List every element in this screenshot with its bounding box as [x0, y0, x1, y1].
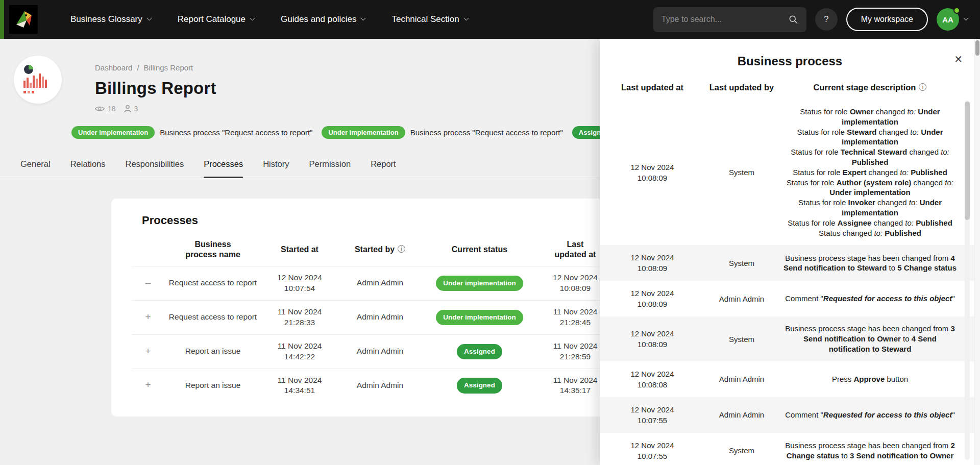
history-date-cell: 12 Nov 202410:07:55 — [604, 440, 701, 461]
status-pill: Assigned — [457, 378, 502, 393]
history-row: 12 Nov 202410:08:09SystemBusiness proces… — [600, 316, 980, 361]
info-icon: i — [398, 245, 405, 253]
nav-item-label: Technical Section — [391, 14, 459, 25]
nav-item-guides-and-policies[interactable]: Guides and policies — [281, 14, 365, 25]
panel-rows: 12 Nov 202410:08:09SystemStatus for role… — [600, 100, 980, 464]
tab-relations[interactable]: Relations — [70, 159, 106, 178]
user-menu[interactable]: AA — [937, 8, 968, 31]
tab-history[interactable]: History — [263, 159, 289, 178]
main-nav: Business GlossaryReport CatalogueGuides … — [70, 14, 468, 25]
history-by-cell: Admin Admin — [701, 374, 782, 384]
column-header-business-process-name: Business process name — [164, 231, 261, 266]
column-header-label: Last updated at — [552, 239, 599, 260]
followers-stat: 3 — [124, 105, 138, 113]
nav-item-technical-section[interactable]: Technical Section — [391, 14, 468, 25]
processes-header-row: Business process nameStarted atStarted b… — [132, 231, 614, 266]
history-description-cell: Business process stage has been changed … — [782, 324, 958, 354]
history-by-cell: System — [701, 258, 782, 268]
chevron-down-icon — [250, 16, 255, 21]
processes-table: Business process nameStarted atStarted b… — [132, 231, 614, 402]
column-header-label: Business process name — [179, 239, 248, 260]
panel-scrollbar-thumb[interactable] — [965, 102, 970, 220]
report-thumbnail[interactable] — [14, 56, 62, 104]
tab-general[interactable]: General — [20, 159, 51, 178]
process-name-cell: Report an issue — [164, 369, 261, 402]
started-at-cell: 11 Nov 202414:42:22 — [261, 334, 338, 369]
row-expander-button[interactable]: + — [145, 346, 151, 356]
tab-responsibilities[interactable]: Responsibilities — [126, 159, 184, 178]
description-line: Status for role Steward changed to: Unde… — [782, 127, 958, 148]
history-by-cell: Admin Admin — [701, 293, 782, 304]
row-expander-button[interactable]: + — [145, 380, 151, 389]
process-name-cell: Report an issue — [164, 334, 261, 369]
description-line: Status for role Invoker changed to: Unde… — [782, 198, 958, 218]
online-status-dot — [953, 7, 960, 14]
status-badge: Under implementation — [322, 126, 405, 139]
chevron-down-icon — [361, 16, 366, 21]
description-line: Status for role Owner changed to: Under … — [782, 107, 958, 127]
breadcrumb-dashboard[interactable]: Dashboard — [95, 63, 132, 72]
tab-processes[interactable]: Processes — [204, 159, 243, 178]
tab-report[interactable]: Report — [371, 159, 396, 178]
close-icon[interactable]: ✕ — [954, 53, 963, 65]
process-row: +Request access to report11 Nov 202421:2… — [132, 300, 614, 334]
app-logo[interactable] — [9, 5, 38, 34]
panel-scrollbar[interactable] — [965, 101, 970, 460]
expander-cell: + — [132, 300, 164, 334]
status-badge-text: Business process "Request access to repo… — [160, 128, 312, 137]
history-by-cell: System — [701, 445, 782, 456]
app-root: Business GlossaryReport CatalogueGuides … — [0, 0, 980, 465]
page-scrollbar[interactable] — [974, 39, 980, 465]
nav-item-report-catalogue[interactable]: Report Catalogue — [178, 14, 254, 25]
logo-bird-icon — [9, 5, 38, 34]
history-description-cell: Business process stage has been changed … — [782, 440, 958, 461]
description-line: Status for role Author (system role) cha… — [782, 178, 958, 198]
history-row: 12 Nov 202410:08:09SystemBusiness proces… — [600, 245, 980, 281]
global-search[interactable] — [653, 7, 806, 32]
info-icon: i — [919, 83, 926, 91]
started-by-cell: Admin Admin — [338, 300, 422, 334]
history-date-cell: 12 Nov 202410:08:09 — [604, 288, 701, 309]
history-description-cell: Comment "Requested for access to this ob… — [782, 410, 958, 420]
followers-count: 3 — [134, 105, 138, 113]
column-header-label: Started by — [355, 244, 395, 255]
my-workspace-button[interactable]: My workspace — [846, 8, 928, 31]
history-date-cell: 12 Nov 202410:07:55 — [604, 404, 701, 426]
processes-table-body: –Request access to report12 Nov 202410:0… — [132, 266, 614, 403]
history-by-cell: Admin Admin — [701, 409, 782, 420]
person-icon — [124, 105, 131, 113]
navbar-right: ? My workspace AA — [653, 7, 980, 32]
expander-cell: + — [132, 334, 164, 369]
row-expander-button[interactable]: + — [145, 312, 151, 322]
history-description-cell: Status for role Owner changed to: Under … — [782, 107, 958, 238]
panel-title: Business process — [600, 39, 980, 68]
chevron-down-icon — [964, 16, 969, 21]
breadcrumb-separator: / — [137, 63, 139, 72]
column-header-current-status: Current status — [422, 231, 537, 266]
current-status-cell: Assigned — [422, 334, 537, 369]
row-expander-button[interactable]: – — [145, 278, 151, 287]
description-line: Press Approve button — [782, 374, 958, 384]
expander-cell: – — [132, 266, 164, 301]
nav-item-business-glossary[interactable]: Business Glossary — [70, 14, 151, 25]
description-line: Status for role Expert changed to: Publi… — [782, 167, 958, 178]
history-date-cell: 12 Nov 202410:08:09 — [604, 162, 701, 183]
history-description-cell: Press Approve button — [782, 374, 958, 384]
avatar-initials: AA — [942, 15, 953, 24]
page-scrollbar-thumb[interactable] — [975, 40, 979, 56]
current-status-cell: Under implementation — [422, 300, 537, 334]
history-description-cell: Comment "Requested for access to this ob… — [782, 293, 958, 304]
help-button[interactable]: ? — [815, 8, 838, 31]
search-icon[interactable] — [788, 14, 798, 25]
history-row: 12 Nov 202410:08:09SystemStatus for role… — [600, 100, 980, 245]
history-row: 12 Nov 202410:07:55SystemBusiness proces… — [600, 433, 980, 464]
views-stat: 18 — [95, 105, 116, 113]
history-row: 12 Nov 202410:08:08Admin AdminPress Appr… — [600, 361, 980, 397]
panel-column-label: Last updated at — [621, 83, 683, 92]
status-badge-text: Business process "Request access to repo… — [410, 128, 563, 137]
column-header-started-by: Started byi — [338, 231, 422, 266]
process-row: +Report an issue11 Nov 202414:42:22Admin… — [132, 334, 614, 369]
tab-permission[interactable]: Permission — [309, 159, 351, 178]
avatar[interactable]: AA — [937, 8, 959, 31]
search-input[interactable] — [662, 15, 788, 24]
